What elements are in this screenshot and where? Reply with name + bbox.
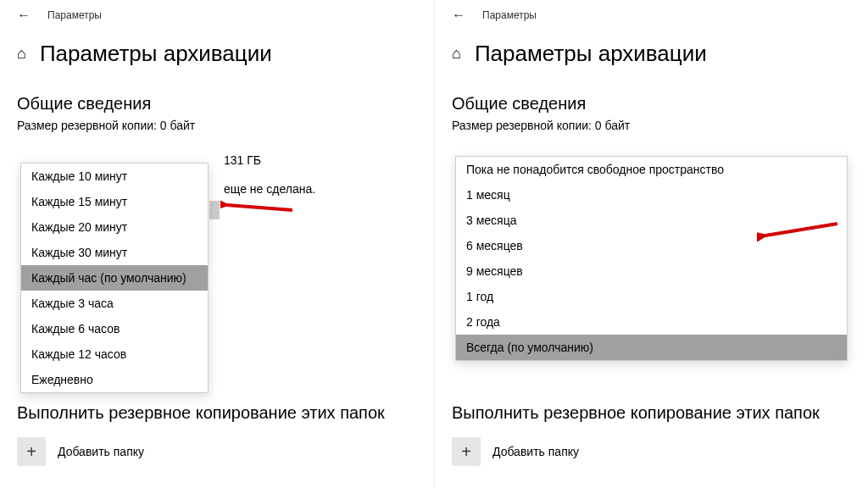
add-folder-label: Добавить папку: [58, 445, 144, 458]
dropdown-item[interactable]: 1 месяц: [456, 182, 847, 208]
plus-icon[interactable]: +: [17, 437, 46, 466]
left-settings-pane: ← Параметры ⌂ Параметры архивации Общие …: [0, 0, 434, 488]
add-folder-row[interactable]: + Добавить папку: [452, 437, 579, 466]
titlebar-label: Параметры: [47, 9, 102, 21]
dropdown-item[interactable]: Каждые 30 минут: [21, 240, 208, 265]
section-folders-heading: Выполнить резервное копирование этих пап…: [452, 403, 820, 423]
dropdown-item[interactable]: Каждые 20 минут: [21, 214, 208, 240]
home-icon[interactable]: ⌂: [17, 45, 26, 63]
backup-size-line: Размер резервной копии: 0 байт: [452, 119, 851, 132]
backup-size-line: Размер резервной копии: 0 байт: [17, 119, 417, 132]
dropdown-item-selected[interactable]: Каждый час (по умолчанию): [21, 265, 208, 291]
backup-frequency-dropdown[interactable]: Каждые 10 минут Каждые 15 минут Каждые 2…: [20, 163, 209, 393]
section-folders-heading: Выполнить резервное копирование этих пап…: [17, 403, 385, 423]
dropdown-item[interactable]: Каждые 6 часов: [21, 316, 208, 341]
dropdown-item[interactable]: 2 года: [456, 309, 847, 335]
home-icon[interactable]: ⌂: [452, 45, 461, 63]
right-settings-pane: ← Параметры ⌂ Параметры архивации Общие …: [434, 0, 868, 488]
titlebar: ← Параметры: [17, 8, 417, 22]
storage-line-fragment: 131 ГБ: [224, 153, 261, 167]
section-overview-heading: Общие сведения: [17, 94, 417, 114]
page-header: ⌂ Параметры архивации: [17, 41, 417, 67]
page-title: Параметры архивации: [40, 41, 272, 67]
add-folder-label: Добавить папку: [492, 445, 579, 458]
page-title: Параметры архивации: [475, 41, 707, 67]
dropdown-item[interactable]: 6 месяцев: [456, 233, 847, 258]
dropdown-item[interactable]: Каждые 10 минут: [21, 164, 208, 189]
dropdown-button-stub[interactable]: [209, 201, 220, 219]
section-overview-heading: Общие сведения: [452, 94, 851, 114]
back-icon[interactable]: ←: [452, 8, 465, 22]
dropdown-item[interactable]: Ежедневно: [21, 367, 208, 392]
keep-backups-dropdown[interactable]: Пока не понадобится свободное пространст…: [455, 156, 848, 361]
dropdown-item[interactable]: 3 месяца: [456, 208, 847, 233]
page-header: ⌂ Параметры архивации: [452, 41, 851, 67]
dropdown-item[interactable]: Каждые 15 минут: [21, 189, 208, 214]
titlebar-label: Параметры: [482, 9, 537, 21]
status-line-fragment: еще не сделана.: [224, 182, 315, 196]
dropdown-item-selected[interactable]: Всегда (по умолчанию): [456, 335, 847, 360]
dropdown-item[interactable]: 1 год: [456, 284, 847, 309]
plus-icon[interactable]: +: [452, 437, 481, 466]
titlebar: ← Параметры: [452, 8, 851, 22]
dropdown-item[interactable]: Каждые 12 часов: [21, 341, 208, 367]
dropdown-item[interactable]: Пока не понадобится свободное пространст…: [456, 157, 847, 182]
dropdown-item[interactable]: 9 месяцев: [456, 258, 847, 284]
annotation-arrow-icon: [220, 193, 297, 219]
svg-line-1: [227, 205, 292, 210]
dropdown-item[interactable]: Каждые 3 часа: [21, 291, 208, 316]
add-folder-row[interactable]: + Добавить папку: [17, 437, 144, 466]
back-icon[interactable]: ←: [17, 8, 31, 22]
